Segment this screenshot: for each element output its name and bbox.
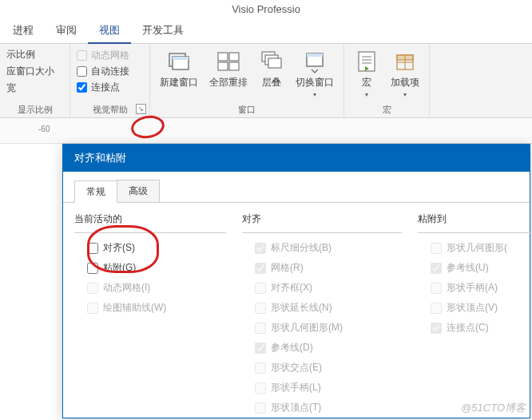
opt-snap-label: 对齐(S): [103, 241, 135, 255]
btn-addins[interactable]: 加载项 ▾: [387, 47, 423, 100]
btn-macros-label: 宏: [362, 76, 371, 89]
opt-shape-ext[interactable]: 形状延长线(N): [255, 301, 418, 315]
opt-shape-vertices-glue-box[interactable]: [431, 303, 442, 314]
opt-ruler-sub-label: 标尺细分线(B): [271, 241, 332, 255]
group-zoom-label: 显示比例: [6, 102, 63, 116]
opt-guides-glue-label: 参考线(U): [447, 261, 489, 275]
group-zoom: 示比例 应窗口大小 宽 显示比例: [0, 44, 70, 117]
col-snap-header: 对齐: [242, 212, 402, 233]
opt-guides-snap-label: 参考线(D): [271, 341, 313, 355]
tab-view[interactable]: 视图: [88, 18, 131, 44]
opt-shape-vertices-snap-box[interactable]: [255, 402, 266, 414]
opt-shape-handles-snap[interactable]: 形状手柄(L): [255, 381, 418, 394]
switch-windows-icon: [302, 49, 328, 74]
check-dynamic-grid[interactable]: 动态网格: [77, 49, 143, 62]
check-auto-connect[interactable]: 自动连接: [77, 65, 143, 78]
tab-advanced[interactable]: 高级: [117, 180, 160, 202]
opt-connection-points-glue-box[interactable]: [431, 323, 442, 334]
opt-grid-label: 网格(R): [271, 261, 304, 275]
opt-ruler-sub[interactable]: 标尺细分线(B): [255, 241, 418, 255]
btn-addins-label: 加载项: [391, 76, 419, 89]
btn-switch-windows-label: 切换窗口: [296, 76, 334, 89]
btn-new-window[interactable]: 新建窗口: [157, 47, 201, 91]
opt-shape-geom-glue-label: 形状几何图形(: [447, 241, 507, 255]
opt-shape-handles-glue-box[interactable]: [431, 283, 442, 294]
opt-snap-box[interactable]: [87, 243, 98, 254]
opt-shape-geom-glue-box[interactable]: [431, 243, 442, 254]
check-connection-points-label: 连接点: [91, 81, 120, 94]
tab-general[interactable]: 常规: [74, 180, 117, 203]
opt-guides-glue-box[interactable]: [431, 263, 442, 274]
check-dynamic-grid-box[interactable]: [77, 50, 87, 61]
opt-dynamic-grid[interactable]: 动态网格(I): [87, 281, 242, 295]
svg-rect-9: [268, 58, 281, 68]
opt-shape-intersect-box[interactable]: [255, 363, 266, 374]
opt-guides-glue[interactable]: 参考线(U): [431, 261, 532, 275]
opt-connection-points-glue[interactable]: 连接点(C): [431, 321, 532, 335]
zoom-width[interactable]: 宽: [6, 81, 63, 96]
visual-aids-dialog-launcher[interactable]: ↘: [136, 104, 146, 114]
opt-dynamic-grid-label: 动态网格(I): [103, 281, 150, 295]
chevron-down-icon: ▾: [403, 91, 407, 98]
opt-snap[interactable]: 对齐(S): [87, 241, 242, 255]
opt-glue[interactable]: 粘附(G): [87, 261, 242, 275]
opt-shape-vertices-glue-label: 形状顶点(V): [447, 301, 498, 315]
btn-macros[interactable]: 宏 ▾: [351, 47, 383, 100]
tab-process[interactable]: 进程: [2, 18, 45, 43]
svg-rect-2: [173, 57, 189, 60]
chevron-down-icon: ▾: [313, 91, 316, 98]
addins-icon: [392, 49, 418, 74]
opt-shape-handles-snap-box[interactable]: [255, 382, 266, 394]
opt-shape-geom-snap[interactable]: 形状几何图形(M): [255, 321, 418, 335]
opt-align-box-box[interactable]: [255, 283, 266, 294]
opt-shape-vertices-snap[interactable]: 形状顶点(T): [255, 401, 418, 414]
cascade-icon: [259, 49, 284, 74]
col-glue-header: 粘附到: [418, 212, 532, 233]
opt-guides-snap[interactable]: 参考线(D): [255, 341, 418, 355]
opt-drawing-aids[interactable]: 绘图辅助线(W): [87, 301, 242, 315]
col-active-header: 当前活动的: [74, 212, 226, 233]
new-window-icon: [166, 49, 192, 74]
opt-ruler-sub-box[interactable]: [255, 243, 266, 254]
opt-grid-box[interactable]: [255, 263, 266, 274]
opt-align-box-label: 对齐框(X): [271, 281, 312, 295]
opt-grid[interactable]: 网格(R): [255, 261, 418, 275]
ruler: -60: [0, 118, 532, 144]
arrange-all-icon: [216, 49, 241, 74]
app-title: Visio Professio: [0, 0, 532, 18]
btn-cascade[interactable]: 层叠: [256, 47, 288, 91]
ruler-tick: -60: [38, 125, 50, 133]
check-connection-points-box[interactable]: [77, 82, 87, 93]
opt-dynamic-grid-box[interactable]: [87, 283, 98, 294]
opt-shape-vertices-snap-label: 形状顶点(T): [271, 401, 321, 414]
zoom-fit-window[interactable]: 应窗口大小: [6, 64, 63, 79]
btn-arrange-all[interactable]: 全部重排: [206, 47, 251, 91]
opt-shape-geom-snap-box[interactable]: [255, 323, 266, 334]
check-dynamic-grid-label: 动态网格: [91, 49, 129, 62]
snap-glue-dialog: 对齐和粘附 常规 高级 当前活动的 对齐(S) 粘附(G) 动态网格(I) 绘图…: [62, 144, 530, 418]
opt-drawing-aids-box[interactable]: [87, 303, 98, 314]
tab-review[interactable]: 审阅: [45, 18, 88, 43]
group-macros-label: 宏: [351, 102, 423, 116]
dialog-title: 对齐和粘附: [63, 145, 530, 172]
opt-shape-vertices-glue[interactable]: 形状顶点(V): [431, 301, 532, 315]
opt-glue-label: 粘附(G): [103, 261, 136, 275]
group-visual-aids: 动态网格 自动连接 连接点 视觉帮助 ↘: [70, 44, 150, 117]
opt-shape-geom-snap-label: 形状几何图形(M): [271, 321, 343, 335]
group-window-label: 窗口: [157, 102, 337, 116]
zoom-show-ratio[interactable]: 示比例: [6, 47, 63, 62]
check-auto-connect-box[interactable]: [77, 66, 87, 77]
group-window: 新建窗口 全部重排 层叠 切换窗口 ▾ 窗口: [150, 44, 344, 117]
ribbon-tab-strip: 进程 审阅 视图 开发工具: [0, 18, 532, 44]
check-connection-points[interactable]: 连接点: [77, 81, 143, 94]
opt-shape-intersect[interactable]: 形状交点(E): [255, 361, 418, 374]
opt-align-box[interactable]: 对齐框(X): [255, 281, 418, 295]
opt-shape-handles-glue[interactable]: 形状手柄(A): [431, 281, 532, 295]
opt-guides-snap-box[interactable]: [255, 343, 266, 354]
tab-developer[interactable]: 开发工具: [131, 18, 195, 43]
opt-glue-box[interactable]: [87, 263, 98, 274]
btn-cascade-label: 层叠: [262, 76, 281, 89]
btn-switch-windows[interactable]: 切换窗口 ▾: [292, 47, 337, 100]
opt-shape-geom-glue[interactable]: 形状几何图形(: [431, 241, 532, 255]
opt-shape-ext-box[interactable]: [255, 303, 266, 314]
